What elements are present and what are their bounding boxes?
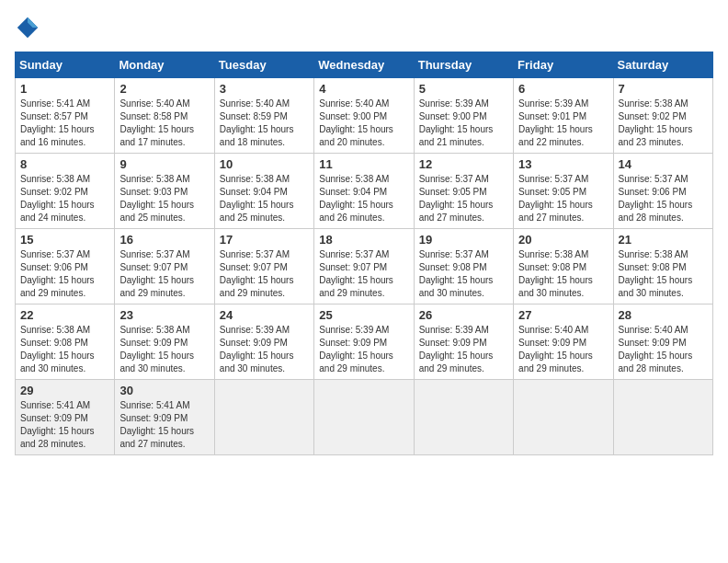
calendar-week-row: 8 Sunrise: 5:38 AM Sunset: 9:02 PM Dayli… — [16, 154, 713, 229]
weekday-header-row: SundayMondayTuesdayWednesdayThursdayFrid… — [16, 52, 713, 78]
calendar-day-cell: 21 Sunrise: 5:38 AM Sunset: 9:08 PM Dayl… — [613, 229, 712, 304]
header — [15, 15, 713, 40]
day-info: Sunrise: 5:37 AM Sunset: 9:07 PM Dayligh… — [220, 248, 309, 300]
day-number: 24 — [220, 308, 309, 322]
day-number: 8 — [20, 157, 109, 171]
day-number: 10 — [220, 157, 309, 171]
day-number: 19 — [419, 233, 508, 247]
day-number: 9 — [119, 157, 209, 171]
day-info: Sunrise: 5:38 AM Sunset: 9:02 PM Dayligh… — [20, 173, 109, 224]
logo-icon — [15, 15, 40, 40]
day-info: Sunrise: 5:38 AM Sunset: 9:09 PM Dayligh… — [119, 324, 209, 375]
calendar-day-cell: 28 Sunrise: 5:40 AM Sunset: 9:09 PM Dayl… — [613, 304, 712, 380]
calendar-day-cell: 15 Sunrise: 5:37 AM Sunset: 9:06 PM Dayl… — [16, 229, 115, 304]
day-info: Sunrise: 5:37 AM Sunset: 9:06 PM Dayligh… — [619, 173, 708, 224]
calendar-day-cell: 11 Sunrise: 5:38 AM Sunset: 9:04 PM Dayl… — [314, 154, 414, 229]
day-number: 13 — [518, 157, 608, 171]
calendar-day-cell: 12 Sunrise: 5:37 AM Sunset: 9:05 PM Dayl… — [414, 154, 513, 229]
day-info: Sunrise: 5:38 AM Sunset: 9:08 PM Dayligh… — [619, 248, 708, 300]
day-info: Sunrise: 5:38 AM Sunset: 9:04 PM Dayligh… — [319, 173, 408, 224]
day-number: 1 — [20, 82, 109, 96]
day-info: Sunrise: 5:40 AM Sunset: 9:09 PM Dayligh… — [619, 324, 708, 375]
weekday-header-friday: Friday — [514, 52, 613, 78]
weekday-header-saturday: Saturday — [613, 52, 712, 78]
calendar-day-cell: 2 Sunrise: 5:40 AM Sunset: 8:58 PM Dayli… — [115, 78, 214, 154]
day-number: 23 — [119, 308, 209, 322]
day-number: 18 — [319, 233, 408, 247]
calendar-day-cell: 26 Sunrise: 5:39 AM Sunset: 9:09 PM Dayl… — [414, 304, 513, 380]
calendar-day-cell: 20 Sunrise: 5:38 AM Sunset: 9:08 PM Dayl… — [514, 229, 613, 304]
day-number: 12 — [419, 157, 508, 171]
day-number: 4 — [319, 82, 408, 96]
calendar-day-cell: 5 Sunrise: 5:39 AM Sunset: 9:00 PM Dayli… — [414, 78, 513, 154]
day-info: Sunrise: 5:38 AM Sunset: 9:08 PM Dayligh… — [518, 248, 608, 300]
day-info: Sunrise: 5:38 AM Sunset: 9:03 PM Dayligh… — [119, 173, 209, 224]
calendar-day-cell — [514, 380, 613, 455]
calendar-day-cell: 22 Sunrise: 5:38 AM Sunset: 9:08 PM Dayl… — [16, 304, 115, 380]
calendar-week-row: 29 Sunrise: 5:41 AM Sunset: 9:09 PM Dayl… — [16, 380, 713, 455]
calendar-day-cell: 7 Sunrise: 5:38 AM Sunset: 9:02 PM Dayli… — [613, 78, 712, 154]
calendar-day-cell: 30 Sunrise: 5:41 AM Sunset: 9:09 PM Dayl… — [115, 380, 214, 455]
day-info: Sunrise: 5:39 AM Sunset: 9:00 PM Dayligh… — [419, 98, 508, 149]
calendar-day-cell: 19 Sunrise: 5:37 AM Sunset: 9:08 PM Dayl… — [414, 229, 513, 304]
day-info: Sunrise: 5:40 AM Sunset: 9:09 PM Dayligh… — [518, 324, 608, 375]
calendar-day-cell: 13 Sunrise: 5:37 AM Sunset: 9:05 PM Dayl… — [514, 154, 613, 229]
day-info: Sunrise: 5:41 AM Sunset: 9:09 PM Dayligh… — [119, 399, 209, 451]
calendar-day-cell: 9 Sunrise: 5:38 AM Sunset: 9:03 PM Dayli… — [115, 154, 214, 229]
weekday-header-tuesday: Tuesday — [214, 52, 313, 78]
day-number: 20 — [518, 233, 608, 247]
day-info: Sunrise: 5:41 AM Sunset: 9:09 PM Dayligh… — [20, 399, 109, 451]
calendar-day-cell: 3 Sunrise: 5:40 AM Sunset: 8:59 PM Dayli… — [214, 78, 313, 154]
calendar-day-cell: 6 Sunrise: 5:39 AM Sunset: 9:01 PM Dayli… — [514, 78, 613, 154]
day-info: Sunrise: 5:37 AM Sunset: 9:07 PM Dayligh… — [319, 248, 408, 300]
weekday-header-monday: Monday — [115, 52, 214, 78]
logo — [15, 15, 44, 40]
day-number: 5 — [419, 82, 508, 96]
day-number: 27 — [518, 308, 608, 322]
day-info: Sunrise: 5:39 AM Sunset: 9:09 PM Dayligh… — [220, 324, 309, 375]
calendar-day-cell: 1 Sunrise: 5:41 AM Sunset: 8:57 PM Dayli… — [16, 78, 115, 154]
calendar-day-cell: 16 Sunrise: 5:37 AM Sunset: 9:07 PM Dayl… — [115, 229, 214, 304]
calendar-day-cell: 8 Sunrise: 5:38 AM Sunset: 9:02 PM Dayli… — [16, 154, 115, 229]
calendar-day-cell: 23 Sunrise: 5:38 AM Sunset: 9:09 PM Dayl… — [115, 304, 214, 380]
calendar-day-cell — [613, 380, 712, 455]
calendar-day-cell — [414, 380, 513, 455]
day-number: 15 — [20, 233, 109, 247]
day-number: 17 — [220, 233, 309, 247]
day-number: 14 — [619, 157, 708, 171]
calendar-day-cell — [214, 380, 313, 455]
calendar-week-row: 15 Sunrise: 5:37 AM Sunset: 9:06 PM Dayl… — [16, 229, 713, 304]
weekday-header-thursday: Thursday — [414, 52, 513, 78]
day-number: 22 — [20, 308, 109, 322]
day-info: Sunrise: 5:38 AM Sunset: 9:02 PM Dayligh… — [619, 98, 708, 149]
day-number: 28 — [619, 308, 708, 322]
page-container: SundayMondayTuesdayWednesdayThursdayFrid… — [15, 15, 713, 455]
calendar-day-cell: 10 Sunrise: 5:38 AM Sunset: 9:04 PM Dayl… — [214, 154, 313, 229]
day-number: 2 — [119, 82, 209, 96]
day-number: 25 — [319, 308, 408, 322]
weekday-header-sunday: Sunday — [16, 52, 115, 78]
day-info: Sunrise: 5:38 AM Sunset: 9:08 PM Dayligh… — [20, 324, 109, 375]
day-number: 16 — [119, 233, 209, 247]
calendar-day-cell: 17 Sunrise: 5:37 AM Sunset: 9:07 PM Dayl… — [214, 229, 313, 304]
day-number: 21 — [619, 233, 708, 247]
calendar-day-cell — [314, 380, 414, 455]
day-info: Sunrise: 5:37 AM Sunset: 9:05 PM Dayligh… — [419, 173, 508, 224]
calendar-day-cell: 18 Sunrise: 5:37 AM Sunset: 9:07 PM Dayl… — [314, 229, 414, 304]
day-number: 29 — [20, 384, 109, 397]
day-number: 3 — [220, 82, 309, 96]
calendar-day-cell: 27 Sunrise: 5:40 AM Sunset: 9:09 PM Dayl… — [514, 304, 613, 380]
calendar-week-row: 1 Sunrise: 5:41 AM Sunset: 8:57 PM Dayli… — [16, 78, 713, 154]
weekday-header-wednesday: Wednesday — [314, 52, 414, 78]
day-info: Sunrise: 5:37 AM Sunset: 9:05 PM Dayligh… — [518, 173, 608, 224]
day-number: 6 — [518, 82, 608, 96]
calendar-day-cell: 24 Sunrise: 5:39 AM Sunset: 9:09 PM Dayl… — [214, 304, 313, 380]
calendar-day-cell: 29 Sunrise: 5:41 AM Sunset: 9:09 PM Dayl… — [16, 380, 115, 455]
calendar-day-cell: 14 Sunrise: 5:37 AM Sunset: 9:06 PM Dayl… — [613, 154, 712, 229]
calendar-day-cell: 25 Sunrise: 5:39 AM Sunset: 9:09 PM Dayl… — [314, 304, 414, 380]
day-info: Sunrise: 5:37 AM Sunset: 9:07 PM Dayligh… — [119, 248, 209, 300]
calendar-day-cell: 4 Sunrise: 5:40 AM Sunset: 9:00 PM Dayli… — [314, 78, 414, 154]
day-info: Sunrise: 5:40 AM Sunset: 8:59 PM Dayligh… — [220, 98, 309, 149]
day-info: Sunrise: 5:40 AM Sunset: 9:00 PM Dayligh… — [319, 98, 408, 149]
day-info: Sunrise: 5:37 AM Sunset: 9:08 PM Dayligh… — [419, 248, 508, 300]
